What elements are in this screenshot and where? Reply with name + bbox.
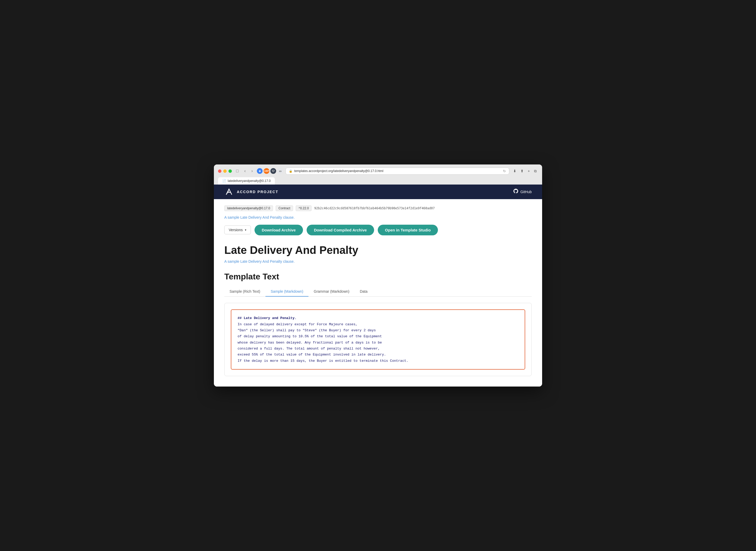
- traffic-lights: [218, 169, 232, 173]
- github-link[interactable]: GitHub: [513, 189, 532, 195]
- code-body: In case of delayed delivery except for F…: [238, 323, 408, 363]
- code-block: ## Late Delivery and Penalty. In case of…: [231, 310, 525, 370]
- download-archive-button[interactable]: Download Archive: [255, 225, 303, 235]
- extension-icon-shield[interactable]: 🛡: [270, 168, 276, 174]
- refresh-button[interactable]: ↻: [503, 169, 506, 173]
- nav-logo-text: ACCORD PROJECT: [237, 190, 278, 194]
- tab-overview-icon[interactable]: ⧉: [533, 168, 538, 174]
- tab-bar: 📄 latedeliveryandpenalty@0.17.0: [218, 177, 538, 184]
- close-button[interactable]: [218, 169, 221, 173]
- content-tabs: Sample (Rich Text) Sample (Markdown) Gra…: [224, 287, 532, 297]
- hash-text: 92b2c46cd22c9cdd587618fb7bbf61eb464b5b79…: [314, 206, 435, 210]
- page-subtitle: A sample Late Delivery And Penalty claus…: [224, 259, 532, 263]
- download-icon[interactable]: ⬇: [512, 168, 518, 174]
- tab-title-text: latedeliveryandpenalty@0.17.0: [228, 179, 271, 183]
- versions-button[interactable]: Versions ▾: [224, 225, 251, 234]
- versions-label: Versions: [229, 228, 243, 232]
- sidebar-toggle-button[interactable]: □: [234, 167, 240, 174]
- url-text: templates.accordproject.org/latedelivery…: [294, 169, 501, 173]
- action-buttons: Versions ▾ Download Archive Download Com…: [224, 225, 532, 235]
- github-icon: [513, 189, 518, 195]
- tab-favicon: 📄: [222, 179, 226, 183]
- extension-icon-abp[interactable]: ABP: [264, 168, 269, 174]
- new-tab-icon[interactable]: +: [526, 168, 531, 174]
- top-description: A sample Late Delivery And Penalty claus…: [224, 215, 532, 219]
- tab-data[interactable]: Data: [355, 287, 373, 297]
- extension-icon-4[interactable]: ▭: [277, 168, 283, 174]
- nav-header: ACCORD PROJECT GitHub: [214, 184, 542, 199]
- code-heading: ## Late Delivery and Penalty.: [238, 316, 296, 320]
- download-compiled-button[interactable]: Download Compiled Archive: [307, 225, 374, 235]
- nav-logo: ACCORD PROJECT: [224, 187, 278, 196]
- page-title: Late Delivery And Penalty: [224, 244, 532, 257]
- chevron-down-icon: ▾: [245, 228, 246, 232]
- template-text-heading: Template Text: [224, 272, 532, 282]
- minimize-button[interactable]: [223, 169, 227, 173]
- package-tag: latedeliveryandpenalty@0.17.0: [224, 205, 273, 211]
- share-icon[interactable]: ⬆: [519, 168, 525, 174]
- page-content: ACCORD PROJECT GitHub latedeliveryandpen…: [214, 184, 542, 387]
- address-bar[interactable]: 🔒 templates.accordproject.org/latedelive…: [286, 167, 509, 175]
- lock-icon: 🔒: [289, 169, 293, 173]
- type-tag: Contract: [276, 205, 293, 211]
- logo-icon: [224, 187, 234, 196]
- code-container: ## Late Delivery and Penalty. In case of…: [224, 303, 532, 376]
- tab-markdown[interactable]: Sample (Markdown): [265, 287, 308, 297]
- tab-grammar[interactable]: Grammar (Markdown): [308, 287, 355, 297]
- back-button[interactable]: ‹: [243, 167, 247, 174]
- tab-rich-text[interactable]: Sample (Rich Text): [224, 287, 265, 297]
- forward-button[interactable]: ›: [250, 167, 254, 174]
- extension-icon-1[interactable]: ⊕: [257, 168, 263, 174]
- browser-chrome: □ ‹ › ⊕ ABP 🛡 ▭ 🔒 templates.accordprojec…: [214, 164, 542, 184]
- github-label: GitHub: [520, 190, 532, 194]
- browser-window: □ ‹ › ⊕ ABP 🛡 ▭ 🔒 templates.accordprojec…: [214, 164, 542, 387]
- maximize-button[interactable]: [228, 169, 232, 173]
- main-content: latedeliveryandpenalty@0.17.0 Contract ^…: [214, 199, 542, 387]
- open-studio-button[interactable]: Open in Template Studio: [378, 225, 438, 235]
- metadata-bar: latedeliveryandpenalty@0.17.0 Contract ^…: [224, 205, 532, 211]
- active-browser-tab[interactable]: 📄 latedeliveryandpenalty@0.17.0: [218, 177, 275, 184]
- version-tag: ^0.22.0: [296, 205, 312, 211]
